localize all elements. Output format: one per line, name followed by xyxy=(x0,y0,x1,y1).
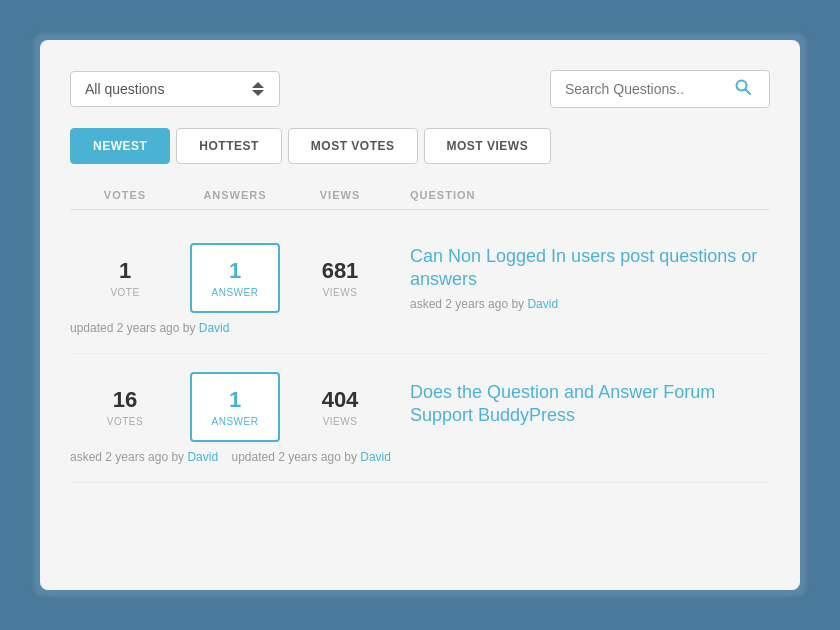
question-footer: updated 2 years ago by David xyxy=(70,321,770,335)
question-footer-author-link[interactable]: David xyxy=(360,450,391,464)
svg-marker-1 xyxy=(252,90,264,96)
search-input[interactable] xyxy=(565,81,735,97)
views-count: 404 VIEWS xyxy=(300,387,380,426)
filter-label: All questions xyxy=(85,81,164,97)
answers-count: 1 ANSWER xyxy=(190,243,280,313)
answers-count: 1 ANSWER xyxy=(190,372,280,442)
question-item: 1 VOTE 1 ANSWER 681 VIEWS Can Non Logged… xyxy=(70,225,770,354)
filter-dropdown[interactable]: All questions xyxy=(70,71,280,107)
question-content: Can Non Logged In users post questions o… xyxy=(390,245,770,312)
col-votes-header: VOTES xyxy=(70,189,180,201)
svg-marker-0 xyxy=(252,82,264,88)
votes-count: 1 VOTE xyxy=(80,258,170,297)
question-row: 1 VOTE 1 ANSWER 681 VIEWS Can Non Logged… xyxy=(70,243,770,313)
tab-most-votes[interactable]: MOST VOTES xyxy=(288,128,418,164)
tabs-bar: NEWEST HOTTEST MOST VOTES MOST VIEWS xyxy=(70,128,770,164)
question-content: Does the Question and Answer Forum Suppo… xyxy=(390,381,770,434)
question-row: 16 VOTES 1 ANSWER 404 VIEWS Does the Que… xyxy=(70,372,770,442)
question-meta: asked 2 years ago by David xyxy=(410,297,770,311)
search-box[interactable] xyxy=(550,70,770,108)
votes-count: 16 VOTES xyxy=(80,387,170,426)
question-item: 16 VOTES 1 ANSWER 404 VIEWS Does the Que… xyxy=(70,354,770,483)
question-author-link[interactable]: David xyxy=(527,297,558,311)
question-footer: asked 2 years ago by David updated 2 yea… xyxy=(70,450,770,464)
col-answers-header: ANSWERS xyxy=(180,189,290,201)
col-question-header: QUESTION xyxy=(390,189,770,201)
question-footer-author-link[interactable]: David xyxy=(199,321,230,335)
inner-card: All questions NE xyxy=(40,40,800,590)
outer-border: All questions NE xyxy=(30,30,810,600)
dropdown-arrow-icon xyxy=(251,80,265,98)
tab-hottest[interactable]: HOTTEST xyxy=(176,128,282,164)
tab-newest[interactable]: NEWEST xyxy=(70,128,170,164)
question-author-link[interactable]: David xyxy=(187,450,218,464)
column-headers: VOTES ANSWERS VIEWS QUESTION xyxy=(70,189,770,210)
tab-most-views[interactable]: MOST VIEWS xyxy=(424,128,552,164)
top-bar: All questions xyxy=(70,70,770,108)
col-views-header: VIEWS xyxy=(290,189,390,201)
question-title[interactable]: Does the Question and Answer Forum Suppo… xyxy=(410,381,770,428)
question-title[interactable]: Can Non Logged In users post questions o… xyxy=(410,245,770,292)
search-icon xyxy=(735,79,751,99)
svg-line-3 xyxy=(746,90,751,95)
views-count: 681 VIEWS xyxy=(300,258,380,297)
